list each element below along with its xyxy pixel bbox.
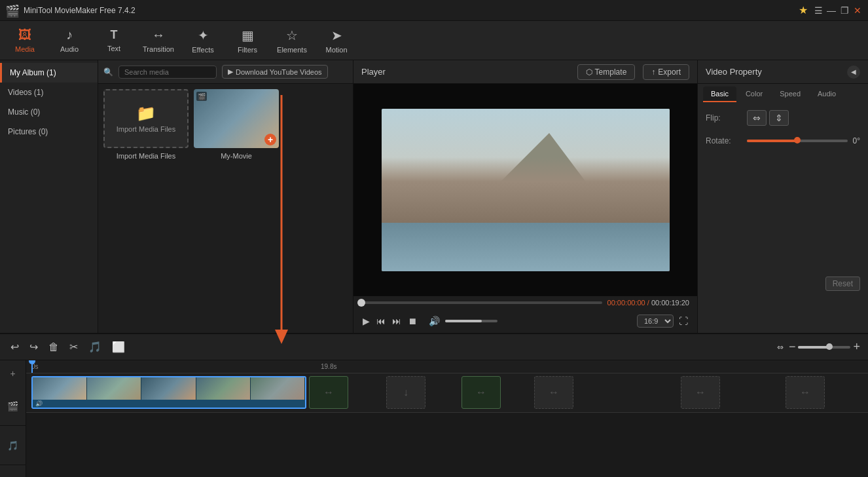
transition-icon-4: ↔ <box>549 387 559 398</box>
progress-bar[interactable] <box>361 301 602 304</box>
clip-frame-4 <box>196 377 251 402</box>
import-media-tile[interactable]: 📁 Import Media Files <box>103 89 189 148</box>
motion-icon: ➤ <box>331 28 342 43</box>
fit-btn[interactable]: ⇔ <box>774 341 786 353</box>
aspect-ratio-select[interactable]: 16:9 9:16 1:1 4:3 <box>637 315 674 328</box>
transition-slot-2[interactable]: ↓ <box>386 376 425 409</box>
player-title: Player <box>361 67 386 77</box>
collapse-panel-btn[interactable]: ◀ <box>847 66 860 79</box>
youtube-icon: ▶ <box>228 67 233 76</box>
clip-frame-3 <box>141 377 196 402</box>
reset-btn[interactable]: Reset <box>825 277 860 291</box>
transition-slot-5[interactable]: ↔ <box>681 376 720 409</box>
sidebar-item-music[interactable]: Music (0) <box>0 102 98 122</box>
toolbar-elements[interactable]: ☆ Elements <box>270 22 314 59</box>
redo-btn[interactable]: ↪ <box>27 339 41 354</box>
video-corner-icon: 🎬 <box>196 92 207 101</box>
download-youtube-btn[interactable]: ▶ Download YouTube Videos <box>222 65 328 79</box>
zoom-in-btn[interactable]: + <box>853 340 860 354</box>
fullscreen-button[interactable]: ⛶ <box>678 315 689 328</box>
toolbar-effects[interactable]: ✦ Effects <box>181 22 225 59</box>
export-btn[interactable]: ↑ Export <box>643 64 689 80</box>
tab-basic[interactable]: Basic <box>703 86 736 102</box>
video-display <box>353 84 697 296</box>
prop-panel-title: Video Property <box>706 67 762 77</box>
main-area: My Album (1) Videos (1) Music (0) Pictur… <box>0 60 868 333</box>
stop-button[interactable]: ⏹ <box>407 315 418 328</box>
crop-btn[interactable]: ⬜ <box>109 339 128 354</box>
sidebar-item-my-album[interactable]: My Album (1) <box>0 63 98 83</box>
prop-tabs: Basic Color Speed Audio <box>698 84 868 102</box>
video-track: 🔊 ↔ ↓ ↔ ↔ ↔ <box>26 373 868 413</box>
sidebar-item-pictures[interactable]: Pictures (0) <box>0 122 98 142</box>
media-icon: 🖼 <box>18 28 31 43</box>
close-button[interactable]: ✕ <box>852 5 863 16</box>
rotate-slider[interactable] <box>747 140 848 142</box>
sidebar-item-videos[interactable]: Videos (1) <box>0 83 98 102</box>
toolbar-filters[interactable]: ▦ Filters <box>225 22 270 59</box>
rotate-dot <box>794 137 801 143</box>
template-icon: ⬡ <box>586 67 592 77</box>
tab-speed[interactable]: Speed <box>772 86 808 102</box>
cut-btn[interactable]: ✂ <box>67 339 81 354</box>
tab-color[interactable]: Color <box>738 86 770 102</box>
video-clip[interactable]: 🔊 <box>31 376 306 409</box>
zoom-dot <box>826 343 833 350</box>
timeline-content: + 🎬 🎵 0s 19.8s <box>0 360 868 477</box>
clip-frame-1 <box>33 377 87 402</box>
prev-frame-button[interactable]: ⏮ <box>375 315 387 328</box>
add-track-btn[interactable]: + <box>0 360 26 387</box>
play-button[interactable]: ▶ <box>361 315 371 328</box>
my-movie-label: My-Movie <box>194 152 279 160</box>
volume-slider[interactable] <box>445 320 497 322</box>
flip-row: Flip: ⇔ ⇕ <box>706 110 860 126</box>
timeline-track-area: 0s 19.8s 🔊 <box>26 360 868 477</box>
audio-track-label[interactable]: 🎵 <box>0 426 26 465</box>
video-track-label[interactable]: 🎬 <box>0 387 26 426</box>
undo-btn[interactable]: ↩ <box>8 339 22 354</box>
audio-icon: ♪ <box>66 28 73 43</box>
app-icon: 🎬 <box>5 4 18 17</box>
time-ruler: 0s 19.8s <box>26 360 868 373</box>
clip-frame-5 <box>251 377 305 402</box>
add-to-timeline-btn[interactable]: + <box>264 134 276 145</box>
toolbar-transition[interactable]: ↔ Transition <box>136 22 181 59</box>
toolbar-motion[interactable]: ➤ Motion <box>314 22 359 59</box>
hamburger-icon[interactable]: ☰ <box>813 5 823 16</box>
transition-slot-3[interactable]: ↔ <box>461 376 501 409</box>
template-btn[interactable]: ⬡ Template <box>577 64 636 80</box>
maximize-button[interactable]: ❐ <box>839 5 850 16</box>
transition-icon-6: ↔ <box>800 387 810 398</box>
audio-detach-btn[interactable]: 🎵 <box>86 339 104 354</box>
search-input[interactable] <box>118 66 217 79</box>
transition-slot-4[interactable]: ↔ <box>534 376 573 409</box>
zoom-out-btn[interactable]: − <box>789 340 796 354</box>
transition-icon-2: ↓ <box>403 387 408 398</box>
minimize-button[interactable]: — <box>826 5 837 16</box>
left-panel: My Album (1) Videos (1) Music (0) Pictur… <box>0 60 353 333</box>
volume-icon[interactable]: 🔊 <box>427 315 441 328</box>
transition-slot-6[interactable]: ↔ <box>786 376 825 409</box>
player-panel: Player ⬡ Template ↑ Export <box>353 60 698 333</box>
text-icon: T <box>111 28 118 42</box>
toolbar-text[interactable]: T Text <box>92 22 136 59</box>
player-timeline[interactable]: 00:00:00:00 / 00:00:19:20 <box>353 296 697 309</box>
transition-icon: ↔ <box>152 28 165 43</box>
flip-horizontal-btn[interactable]: ⇔ <box>747 110 767 126</box>
clip-frames <box>33 377 305 402</box>
delete-btn[interactable]: 🗑 <box>46 340 62 354</box>
zoom-slider[interactable] <box>798 346 850 349</box>
tab-audio[interactable]: Audio <box>810 86 844 102</box>
import-media-label: Import Media Files <box>103 152 189 160</box>
toolbar-audio[interactable]: ♪ Audio <box>47 22 92 59</box>
zoom-controls: ⇔ − + <box>774 340 860 354</box>
toolbar-media[interactable]: 🖼 Media <box>3 22 47 59</box>
effects-icon: ✦ <box>198 28 209 43</box>
transition-slot-1[interactable]: ↔ <box>309 376 348 409</box>
album-list: My Album (1) Videos (1) Music (0) Pictur… <box>0 60 98 333</box>
my-movie-tile[interactable]: 🎬 + <box>194 89 279 148</box>
flip-vertical-btn[interactable]: ⇕ <box>769 110 789 126</box>
next-frame-button[interactable]: ⏭ <box>391 315 403 328</box>
settings-icon[interactable]: ★ <box>799 4 808 16</box>
playhead[interactable] <box>31 360 33 373</box>
